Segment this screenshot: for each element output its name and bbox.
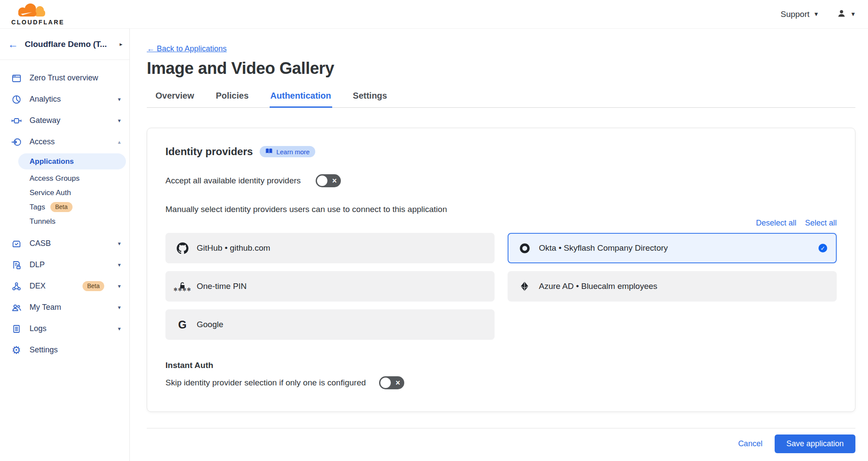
- tab-policies[interactable]: Policies: [215, 86, 250, 108]
- sidebar-nav: Zero Trust overview Analytics ▾ Gateway: [0, 60, 129, 361]
- tab-bar: Overview Policies Authentication Setting…: [147, 86, 855, 108]
- chevron-down-icon: ▼: [850, 11, 856, 17]
- beta-badge: Beta: [83, 281, 105, 291]
- chevron-down-icon[interactable]: ▾: [118, 304, 121, 311]
- main-content: ← Back to Applications Image and Video G…: [130, 29, 868, 461]
- instant-auth-heading: Instant Auth: [165, 361, 837, 370]
- github-icon: [176, 242, 189, 254]
- support-label: Support: [781, 10, 810, 19]
- deselect-all-link[interactable]: Deselect all: [756, 219, 796, 228]
- identity-providers-card: Identity providers Learn more Accept all…: [147, 128, 855, 412]
- tab-authentication[interactable]: Authentication: [270, 86, 332, 108]
- toggle-off-x-icon: ×: [332, 177, 337, 185]
- learn-more-badge[interactable]: Learn more: [260, 146, 315, 157]
- team-icon: [10, 302, 22, 313]
- instant-auth-label: Skip identity provider selection if only…: [165, 378, 366, 388]
- chevron-down-icon[interactable]: ▾: [118, 262, 121, 268]
- idp-tile-one-time-pin[interactable]: ✻✻✻✻ One-time PIN: [165, 271, 495, 302]
- chevron-down-icon: ▼: [813, 11, 819, 17]
- sidebar-item-dex[interactable]: DEX Beta ▾: [0, 275, 129, 297]
- idp-tile-google[interactable]: G Google: [165, 309, 495, 340]
- sidebar-item-dlp[interactable]: DLP ▾: [0, 254, 129, 275]
- pie-chart-icon: [10, 94, 22, 105]
- save-application-button[interactable]: Save application: [775, 434, 855, 453]
- sidebar-item-logs[interactable]: Logs ▾: [0, 318, 129, 339]
- chevron-right-icon[interactable]: ▸: [119, 41, 122, 47]
- azure-ad-icon: [518, 281, 531, 292]
- access-login-icon: [10, 137, 22, 147]
- tab-settings[interactable]: Settings: [352, 86, 388, 108]
- sidebar-item-casb[interactable]: CASB ▾: [0, 233, 129, 254]
- access-submenu: Applications Access Groups Service Auth …: [0, 153, 129, 229]
- instant-auth-toggle[interactable]: ×: [379, 376, 404, 389]
- book-icon: [265, 148, 273, 156]
- support-menu[interactable]: Support ▼: [781, 10, 819, 19]
- one-time-pin-lock-icon: ✻✻✻✻: [176, 282, 189, 291]
- chevron-down-icon[interactable]: ▾: [118, 240, 121, 247]
- cloudflare-logo: CLOUDFLARE: [9, 1, 64, 27]
- identity-provider-grid: GitHub • github.com Okta • Skyflash Comp…: [165, 233, 837, 340]
- chevron-down-icon[interactable]: ▾: [118, 283, 121, 289]
- window-icon: [10, 73, 22, 83]
- box-check-icon: [10, 239, 22, 249]
- toggle-off-x-icon: ×: [396, 379, 400, 387]
- chevron-up-icon[interactable]: ▴: [118, 139, 121, 145]
- account-name: Cloudflare Demo (T...: [25, 40, 113, 49]
- sidebar-item-settings[interactable]: ⚙ Settings: [0, 339, 129, 361]
- sidebar-item-service-auth[interactable]: Service Auth: [0, 186, 129, 200]
- user-icon: [836, 8, 847, 20]
- idp-tile-azure-ad[interactable]: Azure AD • Bluecalm employees: [508, 271, 837, 302]
- sidebar-item-zero-trust-overview[interactable]: Zero Trust overview: [0, 67, 129, 89]
- cancel-button[interactable]: Cancel: [738, 439, 762, 448]
- sidebar: ← Cloudflare Demo (T... ▸ Zero Trust ove…: [0, 29, 130, 461]
- sidebar-item-access[interactable]: Access ▴: [0, 131, 129, 153]
- network-nodes-icon: [10, 281, 22, 292]
- chevron-down-icon[interactable]: ▾: [118, 96, 121, 103]
- back-to-applications-link[interactable]: ← Back to Applications: [147, 44, 227, 53]
- account-switcher[interactable]: ← Cloudflare Demo (T... ▸: [0, 29, 129, 60]
- card-heading: Identity providers: [165, 146, 253, 158]
- topbar: CLOUDFLARE Support ▼ ▼: [0, 0, 868, 29]
- sidebar-item-gateway[interactable]: Gateway ▾: [0, 110, 129, 131]
- cloudflare-cloud-icon: [18, 3, 45, 17]
- sidebar-item-applications[interactable]: Applications: [18, 153, 126, 169]
- sidebar-item-tunnels[interactable]: Tunnels: [0, 214, 129, 229]
- toggle-knob: [317, 176, 327, 186]
- accept-all-toggle[interactable]: ×: [316, 174, 341, 187]
- select-all-link[interactable]: Select all: [805, 219, 837, 228]
- okta-icon: [518, 242, 531, 254]
- footer-divider: [147, 428, 855, 428]
- selected-check-icon: ✓: [818, 244, 827, 252]
- footer-actions: Cancel Save application: [147, 434, 855, 453]
- sidebar-item-tags[interactable]: Tags Beta: [0, 200, 129, 214]
- sidebar-item-analytics[interactable]: Analytics ▾: [0, 89, 129, 110]
- google-icon: G: [176, 319, 189, 330]
- pin-dots: ✻✻✻✻: [174, 289, 191, 291]
- cloudflare-wordmark: CLOUDFLARE: [11, 19, 64, 26]
- toggle-knob: [380, 378, 391, 388]
- beta-badge: Beta: [50, 202, 73, 212]
- chevron-down-icon[interactable]: ▾: [118, 117, 121, 124]
- accept-all-label: Accept all available identity providers: [165, 176, 301, 186]
- page-title: Image and Video Gallery: [147, 59, 855, 78]
- document-lock-icon: [10, 260, 22, 270]
- idp-tile-okta[interactable]: Okta • Skyflash Company Directory ✓: [508, 233, 837, 263]
- log-document-icon: [10, 324, 22, 334]
- back-arrow-icon[interactable]: ←: [8, 39, 18, 50]
- gateway-icon: [10, 116, 22, 126]
- chevron-down-icon[interactable]: ▾: [118, 325, 121, 332]
- sidebar-item-my-team[interactable]: My Team ▾: [0, 297, 129, 318]
- user-menu[interactable]: ▼: [836, 8, 856, 20]
- tab-overview[interactable]: Overview: [155, 86, 195, 108]
- gear-icon: ⚙: [10, 345, 22, 355]
- idp-tile-github[interactable]: GitHub • github.com: [165, 233, 495, 263]
- manual-select-label: Manually select identity providers users…: [165, 205, 837, 214]
- sidebar-item-access-groups[interactable]: Access Groups: [0, 171, 129, 186]
